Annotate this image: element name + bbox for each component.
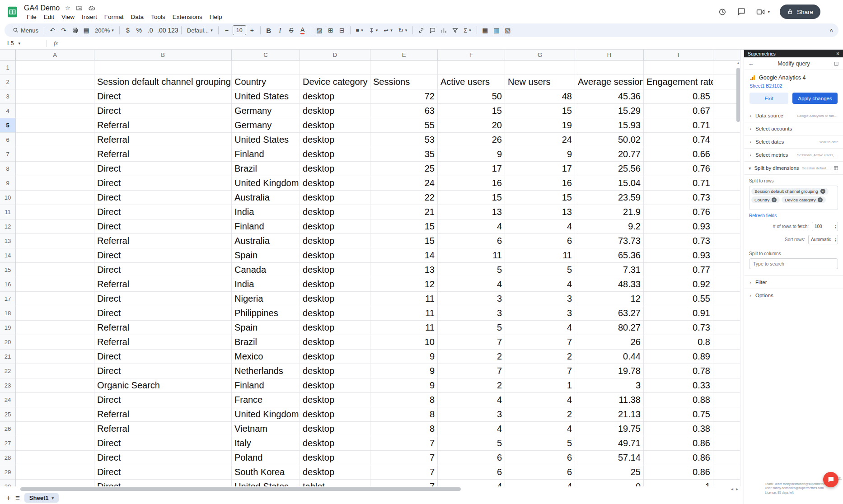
back-icon[interactable]: ← [748,60,754,67]
cell-A7[interactable] [16,147,94,162]
insert-comment-button[interactable] [427,25,438,36]
all-sheets-button[interactable]: ≡ [15,494,20,503]
cell-I17[interactable]: 0.55 [644,292,713,306]
cell-A26[interactable] [16,422,94,436]
cell-D11[interactable]: desktop [300,205,370,219]
format-currency-button[interactable]: $ [122,25,133,36]
cell-E27[interactable]: 7 [370,436,438,451]
cell-H16[interactable]: 48.33 [575,277,644,292]
cell-B1[interactable] [94,61,232,75]
cell-I15[interactable]: 0.77 [644,263,713,277]
cell-E14[interactable]: 14 [370,248,438,263]
cell-A28[interactable] [16,451,94,465]
cell-A19[interactable] [16,321,94,335]
cell-D1[interactable] [300,61,370,75]
cell-D27[interactable]: desktop [300,436,370,451]
cell-A2[interactable] [16,75,94,89]
cell-C11[interactable]: India [232,205,300,219]
cell-F14[interactable]: 11 [438,248,505,263]
cell-H14[interactable]: 65.36 [575,248,644,263]
font-size-input[interactable]: 10 [233,25,246,35]
cell-F17[interactable]: 3 [438,292,505,306]
sort-rows-select[interactable]: Automatic ▴▾ [808,235,838,244]
cell-B15[interactable]: Direct [94,263,232,277]
menu-file[interactable]: File [23,13,40,21]
insert-link-button[interactable] [416,25,426,36]
cell-C14[interactable]: Spain [232,248,300,263]
cell-B9[interactable]: Direct [94,176,232,191]
cell-H26[interactable]: 19.75 [575,422,644,436]
cell-H6[interactable]: 50.02 [575,133,644,147]
cell-B2[interactable]: Session default channel grouping [94,75,232,89]
row-header-22[interactable]: 22 [0,364,16,378]
cell-D22[interactable]: desktop [300,364,370,378]
cell-C13[interactable]: Australia [232,234,300,248]
remove-chip-icon[interactable]: × [772,197,777,202]
cell-D15[interactable]: desktop [300,263,370,277]
column-header-clipped[interactable] [713,50,740,61]
cell-B19[interactable]: Referral [94,321,232,335]
cell-D7[interactable]: desktop [300,147,370,162]
cell-I18[interactable]: 0.91 [644,306,713,321]
cell-H4[interactable]: 15.29 [575,104,644,118]
row-header-23[interactable]: 23 [0,378,16,393]
cell-D4[interactable]: desktop [300,104,370,118]
cell-D17[interactable]: desktop [300,292,370,306]
menu-extensions[interactable]: Extensions [169,13,206,21]
cell-E13[interactable]: 15 [370,234,438,248]
cell-C4[interactable]: Germany [232,104,300,118]
menu-format[interactable]: Format [101,13,127,21]
cell-B30[interactable]: Direct [94,480,232,486]
cell-E28[interactable]: 7 [370,451,438,465]
row-header-9[interactable]: 9 [0,176,16,191]
cell-G6[interactable]: 24 [505,133,575,147]
cell-A24[interactable] [16,393,94,407]
cell-A9[interactable] [16,176,94,191]
cell-D18[interactable]: desktop [300,306,370,321]
undo-button[interactable]: ↶ [47,25,58,36]
cell-E30[interactable]: 7 [370,480,438,486]
cell-E26[interactable]: 8 [370,422,438,436]
row-header-12[interactable]: 12 [0,219,16,234]
cell-C26[interactable]: Vietnam [232,422,300,436]
cell-A21[interactable] [16,350,94,364]
cell-H17[interactable]: 12 [575,292,644,306]
cell-D24[interactable]: desktop [300,393,370,407]
menus-search-button[interactable]: Menus [10,27,41,34]
cell-H12[interactable]: 9.2 [575,219,644,234]
decrease-decimal-button[interactable]: .0 [145,25,156,36]
section-select-accounts[interactable]: ›Select accounts [744,122,843,135]
cell-C25[interactable]: United Kingdom [232,407,300,422]
cell-D13[interactable]: desktop [300,234,370,248]
cell-F20[interactable]: 7 [438,335,505,350]
cell-H1[interactable] [575,61,644,75]
vertical-align-button[interactable]: ↧▾ [366,27,380,34]
row-header-4[interactable]: 4 [0,104,16,118]
row-header-6[interactable]: 6 [0,133,16,147]
cell-H29[interactable]: 25 [575,465,644,480]
cell-E24[interactable]: 8 [370,393,438,407]
row-header-29[interactable]: 29 [0,465,16,480]
merge-cells-button[interactable]: ⊟ [337,25,347,36]
rows-fetch-input[interactable]: ▴▾ [812,222,838,231]
row-header-15[interactable]: 15 [0,263,16,277]
move-folder-icon[interactable] [76,5,83,11]
cell-I26[interactable]: 0.38 [644,422,713,436]
cell-F30[interactable]: 4 [438,480,505,486]
cell-I22[interactable]: 0.78 [644,364,713,378]
zoom-select[interactable]: 200% ▾ [92,27,117,34]
format-percent-button[interactable]: % [134,25,145,36]
cell-A10[interactable] [16,191,94,205]
section-select-dates[interactable]: ›Select datesYear to date [744,135,843,148]
cell-B11[interactable]: Direct [94,205,232,219]
cell-G3[interactable]: 48 [505,89,575,104]
redo-button[interactable]: ↷ [58,25,69,36]
row-header-26[interactable]: 26 [0,422,16,436]
remove-chip-icon[interactable]: × [820,189,825,194]
menu-data[interactable]: Data [127,13,148,21]
cell-G16[interactable]: 4 [505,277,575,292]
cell-E25[interactable]: 8 [370,407,438,422]
cell-A23[interactable] [16,378,94,393]
cell-F29[interactable]: 6 [438,465,505,480]
cell-H18[interactable]: 63.27 [575,306,644,321]
